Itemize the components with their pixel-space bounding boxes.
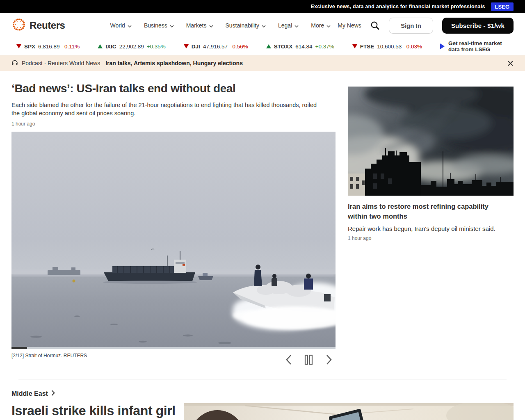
triangle-up-icon (266, 44, 271, 48)
nav-label: World (110, 22, 125, 29)
sign-in-button[interactable]: Sign In (389, 18, 433, 34)
ticker-quote-ftse[interactable]: FTSE 10,600.53 -0.03% (352, 43, 422, 50)
bottom-headline[interactable]: Israeli strike kills infant girl (11, 403, 184, 418)
header-actions: My News Sign In Subscribe - $1/wk (338, 18, 514, 34)
side-story: Iran aims to restore most refining capab… (348, 87, 514, 241)
chevron-down-icon (294, 22, 299, 29)
sea-scene-illustration (11, 132, 336, 347)
nav-item-more[interactable]: More (311, 22, 331, 29)
lead-summary: Each side blamed the other for the failu… (11, 101, 318, 118)
lead-story: ‘Bad news’: US-Iran talks end without de… (11, 82, 336, 365)
main-content: ‘Bad news’: US-Iran talks end without de… (0, 71, 525, 420)
quote-value: 22,902.89 (119, 43, 144, 50)
nav-item-sustainability[interactable]: Sustainability (226, 22, 266, 29)
ticker-quote-dji[interactable]: DJI 47,916.57 -0.56% (184, 43, 248, 50)
chevron-down-icon (128, 22, 132, 29)
headphones-icon (11, 59, 18, 67)
bottom-story: Israeli strike kills infant girl (11, 403, 514, 420)
nav-label: Legal (278, 22, 292, 29)
quote-symbol: FTSE (360, 43, 374, 50)
previous-slide-button[interactable] (285, 354, 292, 365)
podcast-label: Podcast · Reuters World News (22, 60, 100, 66)
promo-bar: Exclusive news, data and analytics for f… (0, 0, 525, 13)
ticker-quote-ixic[interactable]: IXIC 22,902.89 +0.35% (98, 43, 166, 50)
chevron-down-icon (209, 22, 213, 29)
next-slide-button[interactable] (326, 354, 332, 365)
lead-photo-strait-of-hormuz[interactable] (11, 132, 336, 347)
my-news-link[interactable]: My News (338, 22, 361, 29)
carousel-progress-bar (11, 347, 336, 349)
nav-item-business[interactable]: Business (144, 22, 174, 29)
quote-change: -0.56% (231, 43, 248, 50)
main-nav: World Business Markets Sustainability Le… (110, 22, 331, 29)
lead-timestamp: 1 hour ago (11, 121, 336, 127)
side-summary: Repair work has begun, Iran's deputy oil… (348, 225, 514, 232)
quote-value: 47,916.57 (203, 43, 228, 50)
quote-symbol: IXIC (105, 43, 116, 50)
chevron-down-icon (262, 22, 266, 29)
bottom-photo-interior[interactable] (184, 403, 514, 420)
ticker-quote-stoxx[interactable]: STOXX 614.84 +0.37% (266, 43, 334, 50)
podcast-banner[interactable]: Podcast · Reuters World News Iran talks,… (0, 55, 525, 71)
nav-label: Sustainability (226, 22, 260, 29)
section-title: Middle East (11, 390, 48, 397)
lseg-badge[interactable]: LSEG (491, 2, 514, 11)
market-ticker: SPX 6,816.89 -0.11% IXIC 22,902.89 +0.35… (0, 38, 525, 55)
search-icon[interactable] (370, 21, 380, 30)
chevron-down-icon (170, 22, 174, 29)
photo-caption-text: Strait of Hormuz. REUTERS (25, 353, 87, 358)
subscribe-button[interactable]: Subscribe - $1/wk (442, 18, 514, 34)
side-photo-storm-clouds[interactable] (348, 87, 514, 196)
nav-item-markets[interactable]: Markets (186, 22, 213, 29)
photo-index: [2/12] (11, 353, 24, 358)
triangle-down-icon (352, 44, 357, 48)
section-middle-east-link[interactable]: Middle East (11, 390, 514, 397)
site-header: Reuters World Business Markets Sustainab… (0, 13, 525, 38)
pause-button[interactable] (304, 354, 313, 365)
nav-item-world[interactable]: World (110, 22, 132, 29)
promo-text: Exclusive news, data and analytics for f… (311, 4, 485, 9)
quote-change: +0.37% (315, 43, 334, 50)
quote-change: -0.03% (404, 43, 422, 50)
storm-scene-illustration (348, 87, 514, 196)
reuters-logo[interactable]: Reuters (11, 17, 65, 34)
ticker-quote-spx[interactable]: SPX 6,816.89 -0.11% (16, 43, 80, 50)
triangle-down-icon (184, 44, 189, 48)
nav-item-legal[interactable]: Legal (278, 22, 299, 29)
quote-value: 614.84 (295, 43, 312, 50)
nav-label: Business (144, 22, 167, 29)
interior-scene-illustration (184, 403, 514, 420)
triangle-down-icon (16, 44, 21, 48)
side-timestamp: 1 hour ago (348, 235, 514, 241)
quote-symbol: STOXX (274, 43, 293, 50)
quote-value: 6,816.89 (38, 43, 60, 50)
reuters-logo-icon (11, 17, 26, 34)
podcast-topics: Iran talks, Artemis splashdown, Hungary … (105, 60, 243, 66)
lead-headline[interactable]: ‘Bad news’: US-Iran talks end without de… (11, 82, 336, 96)
quote-change: +0.35% (147, 43, 166, 50)
lseg-promo-text: Get real-time market data from LSEG (448, 40, 514, 52)
play-icon (440, 43, 445, 49)
quote-value: 10,600.53 (377, 43, 402, 50)
nav-label: More (311, 22, 324, 29)
carousel-controls (285, 354, 336, 365)
triangle-up-icon (98, 44, 103, 48)
photo-caption: [2/12] Strait of Hormuz. REUTERS (11, 353, 87, 358)
side-headline[interactable]: Iran aims to restore most refining capab… (348, 202, 508, 221)
quote-symbol: DJI (192, 43, 200, 50)
chevron-right-icon (51, 390, 55, 397)
section-divider (18, 379, 507, 379)
reuters-wordmark: Reuters (30, 20, 65, 31)
close-icon[interactable] (507, 60, 514, 66)
lseg-promo-link[interactable]: Get real-time market data from LSEG (440, 40, 514, 52)
nav-label: Markets (186, 22, 207, 29)
chevron-down-icon (326, 22, 331, 29)
quote-symbol: SPX (24, 43, 35, 50)
carousel-progress-fill (11, 347, 27, 349)
quote-change: -0.11% (63, 43, 80, 50)
